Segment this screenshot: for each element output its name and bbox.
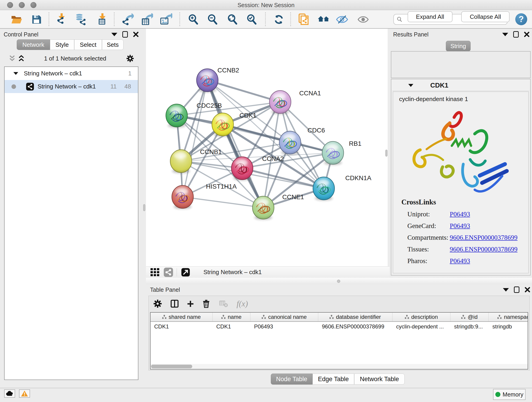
- import-network-database-icon[interactable]: [74, 13, 88, 26]
- scrollbar-thumb[interactable]: [151, 365, 192, 368]
- tree-expand-icon[interactable]: [13, 72, 18, 75]
- panel-menu-icon[interactable]: [502, 33, 508, 36]
- network-edge-hist1h1a-ccne1[interactable]: [183, 197, 263, 208]
- network-node-CDKN1A[interactable]: [313, 177, 335, 201]
- expand-all-networks-icon[interactable]: [18, 55, 24, 62]
- gene-section-header[interactable]: CDK1: [392, 80, 529, 91]
- open-session-icon[interactable]: [10, 13, 23, 26]
- column-header-database-identifier[interactable]: database identifier: [318, 313, 393, 321]
- table-cell--id[interactable]: stringdb:9...: [450, 323, 489, 330]
- view-network-mode-icon[interactable]: [163, 267, 173, 277]
- collapse-all-button[interactable]: Collapse All: [461, 11, 510, 22]
- crosslink-link[interactable]: P06493: [450, 222, 470, 230]
- show-hide-icon[interactable]: [356, 13, 370, 26]
- network-node-CCNB1[interactable]: [170, 150, 192, 173]
- panel-float-icon[interactable]: [513, 31, 519, 38]
- expand-all-button[interactable]: Expand All: [408, 11, 452, 22]
- column-header-namespace[interactable]: namespace: [489, 313, 528, 321]
- panel-close-icon[interactable]: [525, 287, 530, 293]
- tab-sets[interactable]: Sets: [102, 39, 123, 50]
- memory-button[interactable]: Memory: [493, 389, 526, 400]
- export-table-icon[interactable]: [140, 13, 153, 26]
- export-image-icon[interactable]: [159, 13, 173, 26]
- table-cell-database-identifier[interactable]: 9606.ENSP00000378699: [318, 323, 393, 330]
- zoom-out-icon[interactable]: [206, 13, 219, 26]
- network-node-HIST1H1A[interactable]: [172, 185, 193, 209]
- table-cell-namespace[interactable]: stringdb: [489, 323, 528, 330]
- network-node-CCNE1[interactable]: [253, 196, 274, 220]
- table-horizontal-scrollbar[interactable]: [151, 364, 528, 369]
- table-cell-name[interactable]: CDK1: [213, 323, 250, 330]
- help-button[interactable]: ?: [515, 13, 527, 25]
- panel-menu-icon[interactable]: [111, 33, 117, 36]
- horizontal-splitter[interactable]: [146, 278, 532, 284]
- splitter-handle[interactable]: [337, 280, 340, 283]
- table-cell-shared-name[interactable]: CDK1: [151, 323, 213, 330]
- network-canvas[interactable]: CCNB2CCNA1CDC25BCDK1CDC6RB1CCNB1CCNA2CDK…: [146, 29, 388, 266]
- view-grid-mode-icon[interactable]: [151, 268, 160, 276]
- import-network-file-icon[interactable]: [55, 13, 68, 26]
- network-edge-ccnb2-ccna1[interactable]: [207, 80, 280, 102]
- tab-network[interactable]: Network: [17, 39, 50, 50]
- network-node-CCNB2[interactable]: [196, 69, 218, 92]
- network-options-gear-icon[interactable]: [126, 54, 134, 63]
- splitter-handle[interactable]: [385, 150, 387, 157]
- splitter-handle[interactable]: [143, 204, 145, 211]
- table-cell-description[interactable]: cyclin-dependent ...: [393, 323, 450, 330]
- detach-view-icon[interactable]: [181, 268, 190, 277]
- network-edge-ccnb2-hist1h1a[interactable]: [183, 80, 207, 197]
- refresh-view-icon[interactable]: [272, 13, 285, 26]
- gallery-home-icon[interactable]: [317, 13, 330, 26]
- node-label-CCNB1: CCNB1: [200, 148, 222, 155]
- zoom-in-icon[interactable]: [187, 13, 200, 26]
- tab-string[interactable]: String: [446, 41, 471, 51]
- panel-menu-icon[interactable]: [503, 288, 509, 292]
- column-header-name[interactable]: name: [213, 313, 250, 321]
- warnings-button[interactable]: [19, 389, 30, 398]
- tab-network-table[interactable]: Network Table: [354, 374, 405, 385]
- crosslink-link[interactable]: 9606.ENSP00000378699: [450, 245, 518, 253]
- panel-float-icon[interactable]: [122, 31, 128, 38]
- zoom-fit-icon[interactable]: [226, 13, 239, 26]
- function-builder-icon[interactable]: f(x): [236, 299, 248, 308]
- delete-column-icon[interactable]: [202, 299, 211, 308]
- tab-select[interactable]: Select: [74, 39, 102, 50]
- panel-close-icon[interactable]: [133, 32, 139, 37]
- network-collection-row[interactable]: String Network – cdk1 1: [5, 67, 138, 80]
- left-splitter[interactable]: [143, 29, 146, 282]
- network-row[interactable]: String Network – cdk1 11 48: [5, 80, 138, 93]
- copy-document-icon[interactable]: [297, 13, 310, 26]
- show-graphics-details-icon[interactable]: [336, 13, 349, 26]
- table-cell-canonical-name[interactable]: P06493: [250, 323, 318, 330]
- column-header-shared-name[interactable]: shared name: [151, 313, 213, 321]
- crosslink-link[interactable]: P06493: [450, 211, 470, 218]
- tab-node-table[interactable]: Node Table: [271, 374, 312, 385]
- network-node-CDC25B[interactable]: [166, 104, 187, 128]
- column-header-canonical-name[interactable]: canonical name: [250, 313, 318, 321]
- tab-edge-table[interactable]: Edge Table: [312, 374, 354, 385]
- network-node-RB1[interactable]: [322, 141, 344, 165]
- panel-float-icon[interactable]: [514, 287, 519, 293]
- tab-style[interactable]: Style: [50, 39, 74, 50]
- network-node-CCNA1[interactable]: [269, 90, 291, 114]
- network-node-CDC6[interactable]: [279, 131, 301, 155]
- panel-close-icon[interactable]: [524, 32, 530, 37]
- column-header--id[interactable]: @id: [450, 313, 489, 321]
- zoom-selected-icon[interactable]: [245, 13, 259, 26]
- delete-table-icon[interactable]: [219, 299, 229, 308]
- save-session-icon[interactable]: [30, 13, 43, 26]
- import-table-file-icon[interactable]: [95, 13, 109, 26]
- export-network-icon[interactable]: [121, 13, 134, 26]
- section-collapse-icon[interactable]: [408, 84, 413, 87]
- network-node-CCNA2[interactable]: [231, 157, 253, 180]
- crosslink-link[interactable]: P06493: [450, 257, 470, 265]
- collapse-all-networks-icon[interactable]: [9, 55, 15, 62]
- cloud-status-button[interactable]: [4, 389, 15, 398]
- right-splitter[interactable]: [388, 29, 389, 282]
- column-header-description[interactable]: description: [393, 313, 450, 321]
- add-column-icon[interactable]: +: [187, 299, 194, 308]
- table-settings-gear-icon[interactable]: [153, 299, 162, 308]
- network-node-CDK1[interactable]: [212, 113, 234, 137]
- crosslink-link[interactable]: 9606.ENSP00000378699: [450, 234, 518, 241]
- show-columns-icon[interactable]: [170, 299, 179, 308]
